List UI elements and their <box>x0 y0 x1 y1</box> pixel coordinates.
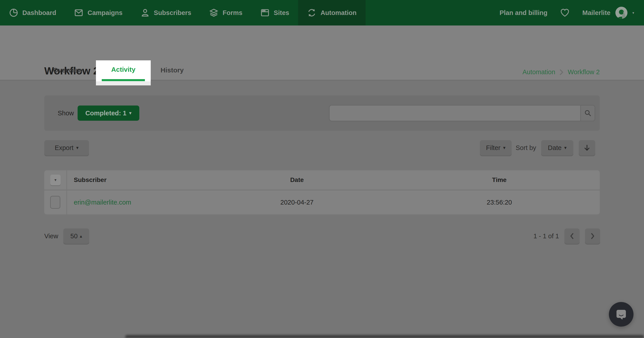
sort-direction-button[interactable] <box>579 140 595 155</box>
page-size-value: 50 <box>70 232 78 240</box>
tab-activity[interactable]: Activity <box>96 60 151 86</box>
tab-activity-label: Activity <box>96 66 151 73</box>
nav-item-label: Forms <box>222 9 242 16</box>
pagination-range: 1 - 1 of 1 <box>523 228 559 244</box>
row-checkbox[interactable] <box>50 196 60 209</box>
row-time: 23:56:20 <box>487 190 512 214</box>
chevron-up-icon <box>80 234 82 239</box>
chevron-down-icon <box>564 145 567 150</box>
chevron-down-icon <box>503 145 506 150</box>
nav-item-label: Automation <box>320 9 356 16</box>
nav-item-forms[interactable]: Forms <box>200 0 251 26</box>
search-input[interactable] <box>330 106 580 121</box>
top-nav: Dashboard Campaigns Subscribers Forms <box>0 0 644 26</box>
nav-item-label: Dashboard <box>22 9 56 16</box>
plan-and-billing-link[interactable]: Plan and billing <box>500 9 548 16</box>
breadcrumb-automation[interactable]: Automation <box>522 68 555 76</box>
envelope-icon <box>74 8 84 18</box>
column-header-subscriber: Subscriber <box>74 170 106 190</box>
sort-field-label: Date <box>548 144 562 152</box>
view-label: View <box>44 228 58 244</box>
nav-item-campaigns[interactable]: Campaigns <box>65 0 131 26</box>
activity-content: Show Completed: 1 Export Filter Sort <box>0 80 644 338</box>
chevron-right-icon <box>590 233 595 240</box>
previous-page-button[interactable] <box>564 228 580 244</box>
export-dropdown[interactable]: Export <box>44 140 89 155</box>
nav-item-subscribers[interactable]: Subscribers <box>132 0 200 26</box>
account-name: Mailerlite <box>582 9 610 16</box>
nav-item-label: Subscribers <box>154 9 192 16</box>
table-row: erin@mailerlite.com 2020-04-27 23:56:20 <box>44 190 600 214</box>
arrow-down-icon <box>583 144 591 152</box>
chevron-down-icon <box>632 11 634 15</box>
nav-item-dashboard[interactable]: Dashboard <box>0 0 65 26</box>
chat-bubble-icon <box>615 308 628 320</box>
column-divider <box>66 170 67 190</box>
filters-panel: Show Completed: 1 <box>44 96 600 131</box>
nav-right: Plan and billing Mailerlite <box>500 7 644 19</box>
sort-field-dropdown[interactable]: Date <box>541 140 573 155</box>
column-header-time: Time <box>492 170 507 190</box>
table-header: Subscriber Date Time <box>44 170 600 190</box>
filter-label: Filter <box>486 144 500 152</box>
nav-item-automation[interactable]: Automation <box>298 0 366 26</box>
tab-overview[interactable]: Overview <box>53 66 83 74</box>
breadcrumb-workflow[interactable]: Workflow 2 <box>568 68 600 76</box>
sort-by-label: Sort by <box>516 140 536 155</box>
breadcrumb: Automation Workflow 2 <box>522 68 600 76</box>
status-filter-label: Completed: 1 <box>86 110 126 117</box>
page-header: Workflow 2 Automation Workfl <box>0 26 644 80</box>
row-date: 2020-04-27 <box>280 190 314 214</box>
page-size-dropdown[interactable]: 50 <box>63 228 89 244</box>
select-all-dropdown[interactable] <box>50 174 60 185</box>
chat-widget-button[interactable] <box>609 302 634 326</box>
browser-icon <box>260 8 270 18</box>
subscriber-email-link[interactable]: erin@mailerlite.com <box>74 190 131 214</box>
search-icon <box>584 109 592 117</box>
chevron-down-icon <box>129 110 132 116</box>
chevron-down-icon <box>54 178 56 182</box>
nav-item-sites[interactable]: Sites <box>251 0 298 26</box>
tab-history[interactable]: History <box>160 66 184 74</box>
nav-item-label: Campaigns <box>88 9 122 16</box>
export-label: Export <box>55 144 74 152</box>
search-button[interactable] <box>580 106 594 121</box>
layers-icon <box>209 8 218 18</box>
column-header-date: Date <box>290 170 304 190</box>
status-filter-dropdown[interactable]: Completed: 1 <box>78 106 139 121</box>
show-label: Show <box>58 96 74 131</box>
account-menu[interactable]: Mailerlite <box>582 7 634 19</box>
chevron-down-icon <box>76 145 79 150</box>
mailerlite-app: Dashboard Campaigns Subscribers Forms <box>0 0 644 338</box>
nav-item-label: Sites <box>274 9 289 16</box>
search-bar <box>329 105 595 122</box>
next-page-button[interactable] <box>585 228 600 244</box>
active-tab-underline <box>102 79 145 81</box>
dashboard-icon <box>9 8 18 18</box>
column-divider <box>66 190 67 214</box>
filter-dropdown[interactable]: Filter <box>480 140 512 155</box>
favorites-heart-icon[interactable] <box>560 8 570 18</box>
sync-icon <box>307 8 316 18</box>
window-shadow <box>125 335 644 338</box>
chevron-left-icon <box>570 233 574 240</box>
person-icon <box>140 8 150 18</box>
avatar <box>616 7 628 19</box>
chevron-right-icon <box>559 69 564 75</box>
